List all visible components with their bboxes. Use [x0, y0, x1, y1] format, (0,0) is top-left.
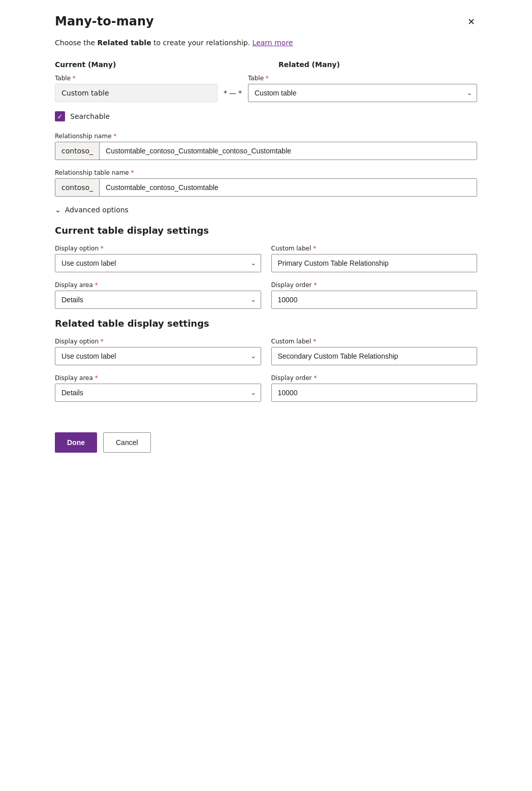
current-display-order-group: Display order *	[271, 281, 478, 309]
related-custom-label-group: Custom label *	[271, 338, 478, 365]
related-display-option-row: Display option * Use custom label Do not…	[55, 338, 477, 365]
current-table-value: Custom table	[55, 84, 217, 102]
searchable-checkbox[interactable]: ✓	[55, 111, 65, 121]
advanced-options-toggle[interactable]: ⌄ Advanced options	[55, 206, 477, 214]
check-icon: ✓	[57, 113, 63, 120]
relationship-table-name-prefix: contoso_	[55, 179, 100, 196]
current-custom-label-input[interactable]	[271, 254, 478, 272]
current-table-label: Table *	[55, 75, 217, 82]
star-right: *	[238, 89, 242, 97]
relationship-name-input-wrapper: contoso_	[55, 142, 477, 160]
subtitle: Choose the Related table to create your …	[55, 38, 477, 48]
relationship-table-name-label: Relationship table name *	[55, 169, 477, 176]
current-custom-label-group: Custom label *	[271, 245, 478, 272]
subtitle-end: to create your relationship.	[151, 39, 251, 47]
column-headers: Current (Many) Related (Many)	[55, 60, 477, 72]
close-icon: ✕	[467, 16, 475, 27]
current-display-title: Current table display settings	[55, 225, 477, 236]
related-table-select[interactable]: Custom table Account Contact Lead	[248, 84, 477, 102]
star-left: *	[224, 89, 227, 97]
related-table-label: Table *	[248, 75, 477, 82]
related-display-order-label: Display order *	[271, 374, 478, 382]
current-display-area-wrapper: Details Sales Marketing Service ⌄	[55, 291, 261, 309]
current-display-area-label: Display area *	[55, 281, 261, 289]
related-display-area-select[interactable]: Details Sales Marketing Service	[55, 384, 261, 402]
cancel-button[interactable]: Cancel	[103, 432, 151, 453]
related-table-select-wrapper: Custom table Account Contact Lead ⌄	[248, 84, 477, 102]
related-table-group: Table * Custom table Account Contact Lea…	[248, 75, 477, 102]
current-display-section: Current table display settings Display o…	[55, 225, 477, 309]
current-display-option-select[interactable]: Use custom label Do not display Use plur…	[55, 254, 261, 272]
rel-table-name-required: *	[131, 169, 134, 176]
table-selection-row: Table * Custom table * — * Table * Custo…	[55, 75, 477, 102]
subtitle-bold: Related table	[98, 39, 151, 47]
related-display-option-label: Display option *	[55, 338, 261, 345]
dash: —	[229, 89, 236, 97]
current-display-area-row: Display area * Details Sales Marketing S…	[55, 281, 477, 309]
related-display-area-label: Display area *	[55, 374, 261, 382]
relationship-name-label: Relationship name *	[55, 133, 477, 140]
relationship-name-input[interactable]	[100, 142, 477, 160]
related-required-star: *	[266, 75, 269, 82]
relationship-table-name-input[interactable]	[100, 179, 477, 196]
subtitle-text: Choose the	[55, 39, 98, 47]
current-table-group: Table * Custom table	[55, 75, 217, 102]
current-required-star: *	[73, 75, 76, 82]
related-display-section: Related table display settings Display o…	[55, 318, 477, 402]
related-col-header: Related (Many)	[278, 60, 477, 72]
related-display-order-input[interactable]	[271, 384, 478, 402]
advanced-options-label: Advanced options	[65, 206, 129, 214]
related-display-option-group: Display option * Use custom label Do not…	[55, 338, 261, 365]
done-button[interactable]: Done	[55, 432, 97, 453]
relationship-table-name-input-wrapper: contoso_	[55, 178, 477, 197]
connector: * — *	[217, 80, 248, 97]
current-display-option-label: Display option *	[55, 245, 261, 252]
current-display-area-select[interactable]: Details Sales Marketing Service	[55, 291, 261, 309]
rel-name-required: *	[113, 133, 116, 140]
related-heading: Related (Many)	[278, 60, 477, 69]
relationship-name-group: Relationship name * contoso_	[55, 133, 477, 160]
dialog-title: Many-to-many	[55, 14, 154, 28]
current-display-order-label: Display order *	[271, 281, 478, 289]
related-custom-label-input[interactable]	[271, 347, 478, 365]
advanced-chevron-icon: ⌄	[55, 206, 61, 214]
current-display-option-row: Display option * Use custom label Do not…	[55, 245, 477, 272]
related-display-option-wrapper: Use custom label Do not display Use plur…	[55, 347, 261, 365]
current-display-option-wrapper: Use custom label Do not display Use plur…	[55, 254, 261, 272]
related-display-area-row: Display area * Details Sales Marketing S…	[55, 374, 477, 402]
related-display-title: Related table display settings	[55, 318, 477, 329]
relationship-name-prefix: contoso_	[55, 142, 100, 160]
related-display-area-group: Display area * Details Sales Marketing S…	[55, 374, 261, 402]
dialog-footer: Done Cancel	[55, 422, 477, 453]
close-button[interactable]: ✕	[465, 14, 477, 29]
related-display-order-group: Display order *	[271, 374, 478, 402]
current-display-order-input[interactable]	[271, 291, 478, 309]
current-heading: Current (Many)	[55, 60, 217, 69]
searchable-label: Searchable	[70, 112, 110, 120]
dialog-header: Many-to-many ✕	[55, 14, 477, 29]
related-display-option-select[interactable]: Use custom label Do not display Use plur…	[55, 347, 261, 365]
learn-more-link[interactable]: Learn more	[253, 39, 293, 47]
related-custom-label-label: Custom label *	[271, 338, 478, 345]
current-custom-label-label: Custom label *	[271, 245, 478, 252]
related-display-area-wrapper: Details Sales Marketing Service ⌄	[55, 384, 261, 402]
current-col-header: Current (Many)	[55, 60, 217, 72]
current-display-option-group: Display option * Use custom label Do not…	[55, 245, 261, 272]
relationship-table-name-group: Relationship table name * contoso_	[55, 169, 477, 197]
current-display-area-group: Display area * Details Sales Marketing S…	[55, 281, 261, 309]
searchable-row: ✓ Searchable	[55, 111, 477, 121]
